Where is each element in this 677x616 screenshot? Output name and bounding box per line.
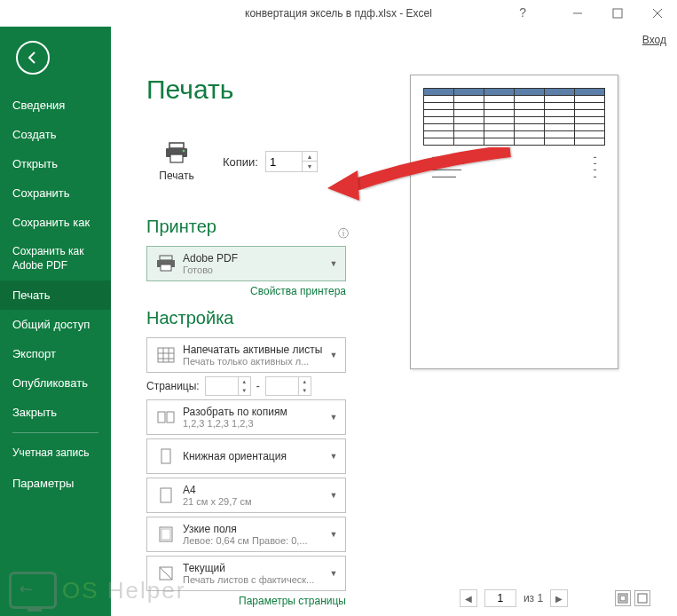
sidebar-item-account[interactable]: Учетная запись	[0, 438, 111, 469]
copies-down[interactable]: ▼	[303, 162, 317, 171]
print-what-sub: Печать только активных л...	[183, 356, 327, 367]
sidebar-item-saveas[interactable]: Сохранить как	[0, 208, 111, 237]
collate-title: Разобрать по копиям	[183, 406, 327, 418]
sidebar-item-save-pdf[interactable]: Сохранить как Adobe PDF	[0, 237, 111, 280]
svg-rect-26	[638, 594, 647, 603]
minimize-button[interactable]	[557, 0, 597, 27]
print-what-title: Напечатать активные листы	[183, 344, 327, 356]
svg-rect-17	[167, 412, 174, 423]
svg-rect-19	[161, 488, 171, 502]
preview-table	[423, 88, 605, 146]
orientation-title: Книжная ориентация	[183, 450, 327, 462]
page-number-input[interactable]	[484, 589, 516, 607]
help-icon[interactable]: ?	[519, 5, 526, 20]
sidebar-item-options[interactable]: Параметры	[0, 469, 111, 498]
sidebar-item-save[interactable]: Сохранить	[0, 178, 111, 208]
settings-section-title: Настройка	[146, 308, 368, 328]
chevron-down-icon: ▼	[327, 491, 340, 500]
next-page-button[interactable]: ▶	[550, 589, 568, 607]
sidebar-item-print[interactable]: Печать	[0, 280, 111, 310]
copies-input[interactable]	[266, 152, 302, 171]
scaling-dropdown[interactable]: Текущий Печать листов с фактическ... ▼	[146, 556, 346, 591]
sidebar-item-info[interactable]: Сведения	[0, 91, 111, 120]
orientation-dropdown[interactable]: Книжная ориентация ▼	[146, 438, 346, 474]
margins-sub: Левое: 0,64 см Правое: 0,...	[183, 535, 327, 546]
portrait-icon	[154, 447, 177, 465]
maximize-button[interactable]	[597, 0, 637, 27]
pages-from-input[interactable]	[206, 377, 238, 395]
window-controls	[557, 0, 677, 27]
show-margins-button[interactable]	[615, 590, 631, 606]
sheets-icon	[154, 346, 177, 364]
printer-icon	[154, 255, 177, 272]
copies-spinner[interactable]: ▲ ▼	[265, 151, 318, 172]
svg-rect-16	[158, 412, 165, 423]
sidebar-item-new[interactable]: Создать	[0, 120, 111, 149]
svg-rect-10	[161, 265, 171, 271]
titlebar: конвертация эксель в пдф.xlsx - Excel ?	[0, 0, 677, 27]
printer-status: Готово	[183, 265, 327, 275]
printer-properties-link[interactable]: Свойства принтера	[146, 285, 346, 297]
collate-icon	[154, 408, 177, 426]
chevron-down-icon: ▼	[327, 413, 340, 422]
print-what-dropdown[interactable]: Напечатать активные листы Печать только …	[146, 337, 346, 373]
pages-to-input[interactable]	[266, 377, 298, 395]
svg-rect-1	[613, 9, 622, 18]
svg-rect-11	[158, 348, 174, 362]
chevron-down-icon: ▼	[327, 259, 340, 268]
margins-dropdown[interactable]: Узкие поля Левое: 0,64 см Правое: 0,... …	[146, 517, 346, 552]
paper-title: A4	[183, 484, 327, 496]
margins-icon	[154, 525, 177, 543]
svg-rect-25	[620, 596, 626, 601]
main-panel: Печать Печать Копии:	[111, 27, 677, 616]
scaling-icon	[154, 565, 177, 582]
copies-up[interactable]: ▲	[303, 152, 317, 162]
pages-sep: -	[256, 380, 260, 392]
paper-sub: 21 см x 29,7 см	[183, 496, 327, 507]
print-button-label: Печать	[159, 170, 193, 182]
prev-page-button[interactable]: ◀	[460, 589, 477, 607]
svg-rect-18	[161, 449, 170, 463]
window-title: конвертация эксель в пдф.xlsx - Excel	[245, 7, 432, 20]
page-of-label: из 1	[523, 592, 543, 604]
pages-from-spinner[interactable]: ▲▼	[205, 376, 251, 396]
chevron-down-icon: ▼	[327, 452, 340, 461]
copies-label: Копии:	[223, 155, 258, 169]
svg-rect-8	[160, 256, 172, 260]
margins-title: Узкие поля	[183, 523, 327, 535]
printer-dropdown[interactable]: Adobe PDF Готово ▼	[146, 246, 346, 281]
back-button[interactable]	[16, 41, 50, 75]
sidebar-item-export[interactable]: Экспорт	[0, 339, 111, 368]
preview-summary: ━━━━━━━━━━━━━━━ ━━━━━━━━━━━━━ ━━━━━━━━━━…	[423, 154, 605, 180]
printer-icon	[163, 141, 190, 164]
printer-name: Adobe PDF	[183, 252, 327, 265]
svg-point-7	[183, 150, 185, 153]
close-button[interactable]	[637, 0, 677, 27]
svg-rect-21	[161, 529, 170, 540]
pages-label: Страницы:	[146, 380, 200, 392]
collate-dropdown[interactable]: Разобрать по копиям 1,2,3 1,2,3 1,2,3 ▼	[146, 399, 346, 435]
sidebar-item-open[interactable]: Открыть	[0, 149, 111, 178]
printer-section-title: Принтер	[146, 217, 368, 237]
sidebar-item-share[interactable]: Общий доступ	[0, 310, 111, 339]
page-params-link[interactable]: Параметры страницы	[146, 595, 346, 607]
preview-page: ━━━━━━━━━━━━━━━ ━━━━━━━━━━━━━ ━━━━━━━━━━…	[410, 75, 618, 369]
collate-sub: 1,2,3 1,2,3 1,2,3	[183, 418, 327, 429]
sidebar-item-publish[interactable]: Опубликовать	[0, 368, 111, 398]
svg-line-23	[160, 567, 172, 580]
page-nav: ◀ из 1 ▶	[377, 580, 650, 616]
svg-rect-6	[170, 154, 183, 162]
sidebar: Сведения Создать Открыть Сохранить Сохра…	[0, 27, 111, 616]
chevron-down-icon: ▼	[327, 569, 340, 578]
sidebar-separator	[12, 432, 98, 433]
info-icon[interactable]: ⓘ	[338, 226, 349, 241]
pages-to-spinner[interactable]: ▲▼	[265, 376, 311, 396]
page-icon	[154, 486, 177, 504]
chevron-down-icon: ▼	[327, 530, 340, 539]
svg-rect-4	[169, 143, 184, 148]
print-button[interactable]: Печать	[146, 131, 207, 192]
print-settings-column: Печать Печать Копии:	[111, 57, 368, 616]
zoom-page-button[interactable]	[634, 590, 650, 606]
paper-dropdown[interactable]: A4 21 см x 29,7 см ▼	[146, 478, 346, 513]
sidebar-item-close[interactable]: Закрыть	[0, 398, 111, 427]
